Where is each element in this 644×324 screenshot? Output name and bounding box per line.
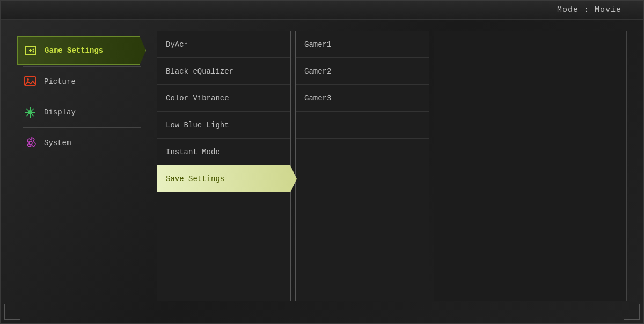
menu-item-black-equalizer[interactable]: Black eQualizer <box>157 58 290 85</box>
svg-point-6 <box>27 78 29 81</box>
sidebar-divider-3 <box>23 127 141 128</box>
sidebar-divider-1 <box>23 66 141 67</box>
right-empty-1 <box>296 112 429 139</box>
right-panel: Gamer1 Gamer2 Gamer3 <box>295 31 429 301</box>
svg-point-12 <box>29 141 32 145</box>
picture-icon <box>23 74 38 89</box>
top-bar: Mode : Movie <box>1 1 643 20</box>
svg-point-4 <box>33 51 34 53</box>
menu-item-low-blue-light[interactable]: Low Blue Light <box>157 112 290 139</box>
menu-item-instant-mode[interactable]: Instant Mode <box>157 139 290 165</box>
right-empty-5 <box>296 219 429 246</box>
sidebar-item-game-settings[interactable]: Game Settings <box>17 36 146 65</box>
menu-item-dyac[interactable]: DyAc⁺ <box>157 31 290 58</box>
right-empty-4 <box>296 192 429 219</box>
menu-item-empty-3 <box>157 246 290 273</box>
sidebar-label-system: System <box>44 139 71 147</box>
right-empty-3 <box>296 165 429 192</box>
menu-item-color-vibrance[interactable]: Color Vibrance <box>157 85 290 112</box>
right-empty-2 <box>296 139 429 165</box>
system-icon <box>23 135 38 150</box>
sidebar-divider-2 <box>23 97 141 97</box>
svg-point-3 <box>33 49 34 51</box>
main-content: Game Settings Picture <box>12 20 632 312</box>
menu-item-save-settings[interactable]: Save Settings <box>157 165 290 192</box>
menu-item-empty-1 <box>157 192 290 219</box>
middle-panel: DyAc⁺ Black eQualizer Color Vibrance Low… <box>157 31 291 301</box>
game-icon <box>23 43 38 58</box>
sidebar-label-display: Display <box>44 108 76 117</box>
sidebar-item-system[interactable]: System <box>17 129 146 157</box>
monitor-frame: Mode : Movie Game Settings <box>0 0 644 324</box>
far-right-panel <box>434 31 627 301</box>
sidebar-item-picture[interactable]: Picture <box>17 68 146 96</box>
menu-item-gamer3[interactable]: Gamer3 <box>296 85 429 112</box>
menu-item-gamer2[interactable]: Gamer2 <box>296 58 429 85</box>
menu-item-gamer1[interactable]: Gamer1 <box>296 31 429 58</box>
display-icon <box>23 105 38 120</box>
sidebar-label-game-settings: Game Settings <box>45 46 103 55</box>
mode-indicator: Mode : Movie <box>557 5 621 15</box>
sidebar: Game Settings Picture <box>17 31 146 301</box>
right-empty-6 <box>296 246 429 273</box>
sidebar-item-display[interactable]: Display <box>17 98 146 126</box>
sidebar-label-picture: Picture <box>44 77 76 86</box>
menu-item-empty-2 <box>157 219 290 246</box>
